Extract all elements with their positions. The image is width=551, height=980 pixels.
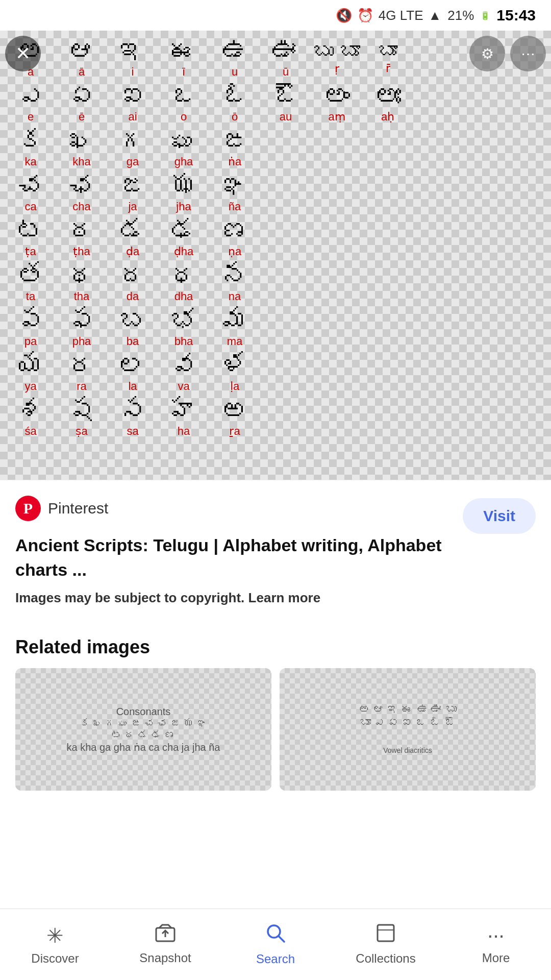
telugu-cell-ga: గ ga — [107, 126, 158, 170]
telugu-cell-kha: ఖ kha — [56, 126, 107, 170]
telugu-char-da: ద — [119, 262, 146, 289]
telugu-cell-tta: ట ṭa — [5, 215, 56, 260]
telugu-label-ga: ga — [127, 155, 139, 168]
related-thumb-bg-2: అ ఆ ఇ ఈ ఉ ఊ బుబూ ఎ ఏ ఐ ఒ ఓ ఔVowel diacri… — [280, 668, 536, 791]
telugu-char-ta: త — [17, 262, 44, 289]
telugu-label-ma: ma — [227, 335, 243, 348]
telugu-cell-ra: ర ra — [56, 350, 107, 395]
telugu-label-nya: ña — [229, 200, 241, 213]
telugu-char-e: ఎ — [17, 83, 44, 109]
telugu-cell-ai: ఐ ai — [107, 81, 158, 126]
telugu-label-la: la — [128, 380, 137, 393]
collections-icon — [376, 923, 395, 947]
status-bar: 🔇 ⏰ 4G LTE ▲ 21% 🔋 15:43 — [0, 0, 551, 31]
telugu-char-oo: ఓ — [221, 83, 248, 109]
related-thumb-2[interactable]: అ ఆ ఇ ఈ ఉ ఊ బుబూ ఎ ఏ ఐ ఒ ఓ ఔVowel diacri… — [280, 668, 536, 791]
telugu-label-u: u — [232, 65, 238, 79]
mute-icon: 🔇 — [336, 8, 352, 23]
telugu-label-dda: ḍa — [126, 245, 139, 258]
telugu-char-ma: మ — [221, 307, 248, 334]
telugu-char-ba: బ — [119, 307, 146, 334]
nav-label-discover: Discover — [31, 951, 79, 966]
telugu-cell-nna: ణ ṇa — [209, 215, 260, 260]
telugu-label-ha: ha — [178, 425, 190, 438]
nav-item-discover[interactable]: ✳ Discover — [0, 924, 110, 966]
telugu-label-nga: ṅa — [228, 155, 241, 168]
related-section: Related images Consonantsక ఖ గ ఘ ఙ చ ఛ జ… — [0, 621, 551, 801]
telugu-label-tha: tha — [74, 290, 90, 303]
telugu-cell-la: ల la — [107, 350, 158, 395]
source-row: P Pinterest — [15, 496, 453, 521]
close-button[interactable]: ✕ — [5, 36, 41, 71]
telugu-label-sha: śa — [24, 425, 36, 438]
telugu-char-nga: ఙ — [221, 128, 248, 154]
telugu-char-sha: శ — [17, 397, 44, 424]
nav-item-more[interactable]: ··· More — [441, 924, 551, 965]
telugu-label-ra: ra — [77, 380, 87, 393]
telugu-char-lla: ళ — [221, 352, 248, 379]
telugu-label-o: o — [181, 110, 187, 124]
telugu-label-jha: jha — [176, 200, 191, 213]
telugu-char-ee: ఏ — [68, 83, 95, 109]
share-circle-button[interactable]: ⋯ — [510, 36, 546, 71]
telugu-char-ah: అః — [374, 83, 401, 109]
telugu-cell-ee: ఏ ē — [56, 81, 107, 126]
telugu-cell-o: ఒ o — [158, 81, 209, 126]
learn-more-link[interactable]: Learn more — [248, 590, 321, 605]
telugu-char-bha: భ — [170, 307, 197, 334]
related-thumb-bg-1: Consonantsక ఖ గ ఘ ఙ చ ఛ జ ఝ ఞట ఠ డ ఢ ణka… — [15, 668, 271, 791]
telugu-cell-ssa: ష ṣa — [56, 395, 107, 440]
telugu-cell-r2: బూా r̄ — [362, 36, 413, 81]
telugu-label-ca: ca — [24, 200, 36, 213]
nav-label-more: More — [482, 951, 510, 965]
telugu-cell-dha: ధ dha — [158, 260, 209, 305]
related-thumb-1[interactable]: Consonantsక ఖ గ ఘ ఙ చ ఛ జ ఝ ఞట ఠ డ ఢ ణka… — [15, 668, 271, 791]
telugu-char-ga: గ — [119, 128, 146, 154]
telugu-label-cha: cha — [72, 200, 90, 213]
telugu-char-ddha: ఢ — [170, 217, 197, 244]
source-block: P Pinterest Ancient Scripts: Telugu | Al… — [15, 496, 453, 582]
telugu-char-i: ఇ — [119, 38, 146, 64]
nav-item-search[interactable]: Search — [220, 923, 331, 966]
telugu-label-i: i — [132, 65, 134, 79]
telugu-char-jha: ఝ — [170, 173, 197, 199]
telugu-cell-u: ఉ u — [209, 36, 260, 81]
nav-item-collections[interactable]: Collections — [331, 923, 441, 966]
telugu-cell-dda: డ ḍa — [107, 215, 158, 260]
telugu-cell-oo: ఓ ō — [209, 81, 260, 126]
nav-spacer — [0, 801, 551, 883]
telugu-cell-sa: స sa — [107, 395, 158, 440]
telugu-cell-tha: థ tha — [56, 260, 107, 305]
settings-circle-button[interactable]: ⚙ — [469, 36, 505, 71]
visit-button[interactable]: Visit — [463, 498, 536, 534]
telugu-cell-ii: ఈ ī — [158, 36, 209, 81]
telugu-char-dha: ధ — [170, 262, 197, 289]
telugu-cell-nya: ఞ ña — [209, 170, 260, 215]
telugu-label-ah: aḥ — [381, 110, 394, 124]
telugu-char-ra: ర — [68, 352, 95, 379]
telugu-label-e: e — [28, 110, 34, 124]
telugu-cell-nga: ఙ ṅa — [209, 126, 260, 170]
main-image-area: ✕ ⚙ ⋯ అ a ఆ ā ఇ i ఈ ī ఉ u ఊ ū — [0, 31, 551, 480]
telugu-cell-am: అం aṃ — [311, 81, 362, 126]
telugu-char-ja: జ — [119, 173, 146, 199]
nav-label-collections: Collections — [356, 951, 415, 966]
battery-icon: 🔋 — [480, 11, 490, 20]
telugu-char-dda: డ — [119, 217, 146, 244]
source-name: Pinterest — [48, 500, 108, 517]
telugu-label-ttha: ṭha — [73, 245, 90, 258]
telugu-label-lla: ḷa — [230, 380, 239, 393]
telugu-label-nna: ṇa — [228, 245, 241, 258]
telugu-char-la: ల — [119, 352, 146, 379]
telugu-char-kha: ఖ — [68, 128, 95, 154]
svg-line-3 — [279, 936, 284, 942]
telugu-char-r1: బు బూ — [313, 41, 360, 61]
telugu-cell-gha: ఘ gha — [158, 126, 209, 170]
battery-level: 21% — [447, 8, 474, 23]
telugu-char-am: అం — [323, 83, 350, 109]
telugu-cell-aa: ఆ ā — [56, 36, 107, 81]
telugu-cell-uu: ఊ ū — [260, 36, 311, 81]
telugu-label-ba: ba — [127, 335, 139, 348]
info-top-row: P Pinterest Ancient Scripts: Telugu | Al… — [15, 496, 536, 582]
nav-item-snapshot[interactable]: Snapshot — [110, 924, 220, 965]
